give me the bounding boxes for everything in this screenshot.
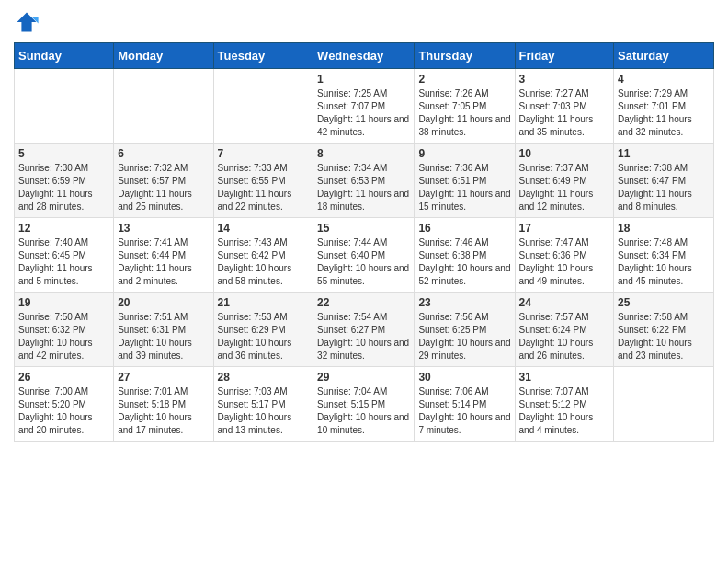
day-cell: 1Sunrise: 7:25 AMSunset: 7:07 PMDaylight… [313, 69, 415, 144]
day-cell: 5Sunrise: 7:30 AMSunset: 6:59 PMDaylight… [15, 144, 114, 218]
day-cell: 4Sunrise: 7:29 AMSunset: 7:01 PMDaylight… [614, 69, 714, 144]
day-info: Sunrise: 7:29 AMSunset: 7:01 PMDaylight:… [618, 87, 710, 139]
day-number: 8 [317, 147, 410, 160]
day-info: Sunrise: 7:30 AMSunset: 6:59 PMDaylight:… [18, 162, 109, 213]
day-header-tuesday: Tuesday [213, 43, 313, 69]
day-cell [614, 367, 714, 442]
day-header-friday: Friday [515, 43, 614, 69]
day-info: Sunrise: 7:40 AMSunset: 6:45 PMDaylight:… [18, 236, 109, 288]
logo [14, 9, 43, 35]
day-info: Sunrise: 7:26 AMSunset: 7:05 PMDaylight:… [418, 87, 510, 139]
day-number: 26 [18, 371, 109, 384]
day-info: Sunrise: 7:34 AMSunset: 6:53 PMDaylight:… [317, 162, 410, 213]
day-number: 21 [218, 296, 310, 309]
day-cell: 20Sunrise: 7:51 AMSunset: 6:31 PMDayligh… [114, 293, 213, 367]
day-number: 4 [618, 73, 710, 86]
calendar: SundayMondayTuesdayWednesdayThursdayFrid… [14, 42, 714, 442]
day-number: 13 [118, 222, 209, 235]
day-info: Sunrise: 7:37 AMSunset: 6:49 PMDaylight:… [519, 162, 610, 213]
page: SundayMondayTuesdayWednesdayThursdayFrid… [0, 0, 728, 455]
day-number: 20 [118, 296, 209, 309]
day-info: Sunrise: 7:53 AMSunset: 6:29 PMDaylight:… [218, 311, 310, 362]
day-number: 15 [317, 222, 410, 235]
day-headers-row: SundayMondayTuesdayWednesdayThursdayFrid… [15, 43, 714, 69]
day-number: 3 [519, 73, 610, 86]
day-cell: 24Sunrise: 7:57 AMSunset: 6:24 PMDayligh… [515, 293, 614, 367]
day-info: Sunrise: 7:00 AMSunset: 5:20 PMDaylight:… [18, 385, 109, 437]
day-cell: 7Sunrise: 7:33 AMSunset: 6:55 PMDaylight… [213, 144, 313, 218]
day-number: 27 [118, 371, 209, 384]
day-header-saturday: Saturday [614, 43, 714, 69]
day-cell: 26Sunrise: 7:00 AMSunset: 5:20 PMDayligh… [15, 367, 114, 442]
day-cell: 8Sunrise: 7:34 AMSunset: 6:53 PMDaylight… [313, 144, 415, 218]
day-cell: 12Sunrise: 7:40 AMSunset: 6:45 PMDayligh… [15, 218, 114, 293]
week-row-4: 19Sunrise: 7:50 AMSunset: 6:32 PMDayligh… [15, 293, 714, 367]
svg-marker-0 [17, 13, 37, 32]
day-number: 12 [18, 222, 109, 235]
day-number: 24 [519, 296, 610, 309]
day-info: Sunrise: 7:04 AMSunset: 5:15 PMDaylight:… [317, 385, 410, 437]
day-cell [213, 69, 313, 144]
header [14, 9, 714, 35]
day-cell: 27Sunrise: 7:01 AMSunset: 5:18 PMDayligh… [114, 367, 213, 442]
day-number: 9 [418, 147, 510, 160]
day-cell: 16Sunrise: 7:46 AMSunset: 6:38 PMDayligh… [415, 218, 515, 293]
day-info: Sunrise: 7:46 AMSunset: 6:38 PMDaylight:… [418, 236, 510, 288]
day-info: Sunrise: 7:41 AMSunset: 6:44 PMDaylight:… [118, 236, 209, 288]
week-row-2: 5Sunrise: 7:30 AMSunset: 6:59 PMDaylight… [15, 144, 714, 218]
day-info: Sunrise: 7:54 AMSunset: 6:27 PMDaylight:… [317, 311, 410, 362]
day-number: 19 [18, 296, 109, 309]
day-number: 31 [519, 371, 610, 384]
day-header-thursday: Thursday [415, 43, 515, 69]
day-cell: 25Sunrise: 7:58 AMSunset: 6:22 PMDayligh… [614, 293, 714, 367]
day-info: Sunrise: 7:38 AMSunset: 6:47 PMDaylight:… [618, 162, 710, 213]
day-cell [15, 69, 114, 144]
day-info: Sunrise: 7:01 AMSunset: 5:18 PMDaylight:… [118, 385, 209, 437]
day-cell: 10Sunrise: 7:37 AMSunset: 6:49 PMDayligh… [515, 144, 614, 218]
day-cell [114, 69, 213, 144]
day-number: 7 [218, 147, 310, 160]
day-number: 6 [118, 147, 209, 160]
day-info: Sunrise: 7:51 AMSunset: 6:31 PMDaylight:… [118, 311, 209, 362]
day-info: Sunrise: 7:44 AMSunset: 6:40 PMDaylight:… [317, 236, 410, 288]
day-info: Sunrise: 7:25 AMSunset: 7:07 PMDaylight:… [317, 87, 410, 139]
day-cell: 2Sunrise: 7:26 AMSunset: 7:05 PMDaylight… [415, 69, 515, 144]
day-info: Sunrise: 7:36 AMSunset: 6:51 PMDaylight:… [418, 162, 510, 213]
week-row-3: 12Sunrise: 7:40 AMSunset: 6:45 PMDayligh… [15, 218, 714, 293]
day-number: 2 [418, 73, 510, 86]
day-cell: 13Sunrise: 7:41 AMSunset: 6:44 PMDayligh… [114, 218, 213, 293]
day-number: 5 [18, 147, 109, 160]
day-number: 29 [317, 371, 410, 384]
day-number: 25 [618, 296, 710, 309]
day-number: 18 [618, 222, 710, 235]
day-cell: 28Sunrise: 7:03 AMSunset: 5:17 PMDayligh… [213, 367, 313, 442]
day-number: 16 [418, 222, 510, 235]
day-number: 1 [317, 73, 410, 86]
day-cell: 19Sunrise: 7:50 AMSunset: 6:32 PMDayligh… [15, 293, 114, 367]
day-info: Sunrise: 7:47 AMSunset: 6:36 PMDaylight:… [519, 236, 610, 288]
day-cell: 9Sunrise: 7:36 AMSunset: 6:51 PMDaylight… [415, 144, 515, 218]
day-number: 14 [218, 222, 310, 235]
day-info: Sunrise: 7:06 AMSunset: 5:14 PMDaylight:… [418, 385, 510, 437]
day-header-sunday: Sunday [15, 43, 114, 69]
day-info: Sunrise: 7:32 AMSunset: 6:57 PMDaylight:… [118, 162, 209, 213]
day-cell: 22Sunrise: 7:54 AMSunset: 6:27 PMDayligh… [313, 293, 415, 367]
day-number: 17 [519, 222, 610, 235]
day-info: Sunrise: 7:58 AMSunset: 6:22 PMDaylight:… [618, 311, 710, 362]
day-cell: 29Sunrise: 7:04 AMSunset: 5:15 PMDayligh… [313, 367, 415, 442]
day-cell: 31Sunrise: 7:07 AMSunset: 5:12 PMDayligh… [515, 367, 614, 442]
week-row-5: 26Sunrise: 7:00 AMSunset: 5:20 PMDayligh… [15, 367, 714, 442]
week-row-1: 1Sunrise: 7:25 AMSunset: 7:07 PMDaylight… [15, 69, 714, 144]
day-info: Sunrise: 7:33 AMSunset: 6:55 PMDaylight:… [218, 162, 310, 213]
day-cell: 18Sunrise: 7:48 AMSunset: 6:34 PMDayligh… [614, 218, 714, 293]
day-header-wednesday: Wednesday [313, 43, 415, 69]
day-info: Sunrise: 7:56 AMSunset: 6:25 PMDaylight:… [418, 311, 510, 362]
logo-icon [14, 9, 40, 35]
day-cell: 3Sunrise: 7:27 AMSunset: 7:03 PMDaylight… [515, 69, 614, 144]
day-cell: 11Sunrise: 7:38 AMSunset: 6:47 PMDayligh… [614, 144, 714, 218]
day-number: 22 [317, 296, 410, 309]
day-info: Sunrise: 7:43 AMSunset: 6:42 PMDaylight:… [218, 236, 310, 288]
day-info: Sunrise: 7:03 AMSunset: 5:17 PMDaylight:… [218, 385, 310, 437]
day-number: 10 [519, 147, 610, 160]
day-number: 30 [418, 371, 510, 384]
